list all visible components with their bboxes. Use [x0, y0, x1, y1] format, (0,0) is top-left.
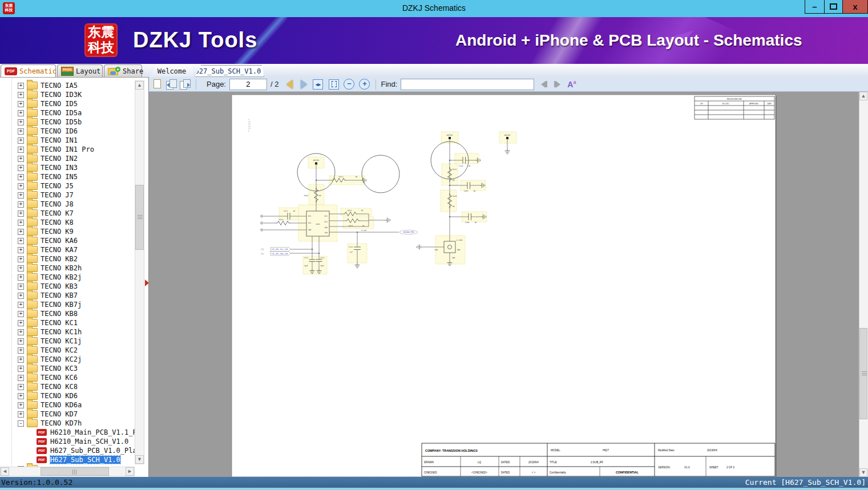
tree-folder[interactable]: +TECNO ID5: [0, 99, 135, 108]
expand-toggle[interactable]: +: [18, 128, 24, 135]
tree-folder[interactable]: +TECNO ID3K: [0, 90, 135, 99]
sidebar-horizontal-scrollbar[interactable]: ◄ ►: [0, 467, 135, 476]
tree-folder[interactable]: +TECNO KB2: [0, 254, 135, 264]
tree-folder[interactable]: +TECNO KC6: [0, 373, 135, 382]
zoom-out-button[interactable]: −: [344, 79, 354, 90]
tree-folder[interactable]: +TECNO KA6: [0, 236, 135, 245]
expand-toggle[interactable]: +: [18, 265, 24, 272]
scrollbar-thumb[interactable]: [859, 328, 867, 419]
tree-file[interactable]: PDFH627_Sub_PCB_V1.0_Placeme: [0, 446, 135, 455]
tree-folder[interactable]: +TECNO KB7: [0, 291, 135, 300]
tab-welcome[interactable]: Welcome: [150, 65, 194, 77]
tree-folder[interactable]: +TECNO IN3: [0, 163, 135, 172]
tree-folder[interactable]: +TECNO KD6a: [0, 400, 135, 410]
tree-folder[interactable]: +TECNO IN5: [0, 172, 135, 181]
expand-toggle[interactable]: +: [18, 156, 24, 162]
scroll-down-arrow[interactable]: ▼: [135, 455, 144, 464]
tree-folder[interactable]: +TECNO KB3: [0, 282, 135, 291]
tree-folder[interactable]: +TECNO KC1j: [0, 337, 135, 346]
tree-folder[interactable]: +TECNO KC1h: [0, 327, 135, 337]
expand-toggle[interactable]: +: [18, 165, 24, 171]
expand-toggle[interactable]: +: [18, 347, 24, 354]
expand-toggle[interactable]: +: [18, 284, 24, 290]
scroll-left-arrow[interactable]: ◄: [1, 467, 9, 476]
tree-folder[interactable]: +TECNO KC8: [0, 382, 135, 391]
expand-toggle[interactable]: +: [18, 92, 24, 98]
next-view-icon[interactable]: [180, 79, 190, 89]
tab-share[interactable]: + Share: [104, 64, 142, 77]
scroll-up-arrow[interactable]: ▲: [135, 81, 144, 90]
tab-schematic[interactable]: PDF Schematic: [1, 64, 56, 77]
tree-folder[interactable]: +TECNO ID5a: [0, 108, 135, 118]
tree-folder[interactable]: +TECNO KC2j: [0, 355, 135, 364]
tree-folder[interactable]: +TECNO KD6: [0, 391, 135, 400]
find-input[interactable]: [401, 79, 534, 90]
expand-toggle[interactable]: +: [18, 110, 24, 116]
tree-folder[interactable]: +TECNO KA7: [0, 245, 135, 254]
expand-toggle[interactable]: +: [18, 402, 24, 408]
splitter-collapse-arrow[interactable]: [145, 280, 149, 286]
font-size-icon[interactable]: Aa: [567, 79, 576, 89]
tree-folder[interactable]: +TECNO IN2: [0, 154, 135, 163]
tree-folder[interactable]: +TECNO IN1: [0, 136, 135, 145]
pdf-viewer[interactable]: REVISION RECORD LTR ECO NO. APPROVED DAT…: [149, 92, 868, 477]
tree-folder[interactable]: +TECNO KC3: [0, 364, 135, 373]
expand-toggle[interactable]: +: [18, 229, 24, 235]
page-number-input[interactable]: [229, 79, 267, 90]
scrollbar-thumb[interactable]: [135, 185, 144, 250]
expand-toggle[interactable]: +: [18, 192, 24, 199]
expand-toggle[interactable]: +: [18, 119, 24, 125]
tree-folder[interactable]: +TECNO J7: [0, 191, 135, 200]
tree-folder[interactable]: +TECNO KC2: [0, 346, 135, 355]
export-page-icon[interactable]: [152, 79, 163, 89]
zoom-in-button[interactable]: +: [359, 79, 370, 90]
expand-toggle[interactable]: +: [18, 101, 24, 107]
tree-folder[interactable]: +TECNO IA5: [0, 81, 135, 90]
tree-folder[interactable]: +TECNO KC1: [0, 318, 135, 327]
expand-toggle[interactable]: +: [18, 384, 24, 390]
tree-folder[interactable]: +TECNO KB2h: [0, 264, 135, 273]
tree-folder[interactable]: +TECNO K8: [0, 218, 135, 227]
expand-toggle[interactable]: +: [18, 201, 24, 208]
scroll-down-arrow[interactable]: ▼: [859, 468, 867, 477]
expand-toggle[interactable]: +: [18, 238, 24, 244]
scrollbar-thumb[interactable]: [41, 467, 109, 476]
tree-folder[interactable]: +TECNO J8: [0, 200, 135, 209]
find-previous-button[interactable]: [541, 81, 547, 88]
prev-page-button[interactable]: [286, 80, 293, 89]
scroll-right-arrow[interactable]: ►: [126, 467, 134, 476]
tree-folder[interactable]: +TECNO ID5b: [0, 118, 135, 127]
expand-toggle[interactable]: +: [18, 311, 24, 317]
tab-layout[interactable]: PADS Layout: [57, 64, 103, 77]
tab-document[interactable]: H627_Sub_SCH_V1.0 x: [195, 65, 264, 77]
tree-file[interactable]: PDFH6210_Main_PCB_V1.1_Placem: [0, 428, 135, 437]
expand-toggle[interactable]: +: [18, 293, 24, 299]
find-next-button[interactable]: [554, 81, 560, 88]
tree-folder[interactable]: +TECNO ID6: [0, 127, 135, 136]
tree-folder[interactable]: +TECNO KB2j: [0, 273, 135, 282]
viewer-vertical-scrollbar[interactable]: ▲ ▼: [859, 92, 868, 477]
expand-toggle[interactable]: +: [18, 247, 24, 253]
expand-toggle[interactable]: +: [18, 302, 24, 308]
expand-toggle[interactable]: +: [18, 375, 24, 381]
expand-toggle[interactable]: +: [18, 357, 24, 363]
expand-toggle[interactable]: +: [18, 220, 24, 226]
tree-folder[interactable]: +TECNO IN1 Pro: [0, 145, 135, 154]
expand-toggle[interactable]: +: [18, 411, 24, 418]
expand-toggle[interactable]: +: [18, 274, 24, 281]
expand-toggle[interactable]: +: [18, 210, 24, 217]
scroll-up-arrow[interactable]: ▲: [859, 92, 867, 100]
close-tab-icon[interactable]: x: [264, 67, 268, 75]
expand-toggle[interactable]: +: [18, 137, 24, 144]
tree-file[interactable]: PDFH627_Sub_SCH_V1.0: [0, 455, 135, 464]
expand-toggle[interactable]: +: [18, 366, 24, 372]
expand-toggle[interactable]: +: [18, 256, 24, 262]
expand-toggle[interactable]: +: [18, 174, 24, 180]
close-button[interactable]: x: [843, 0, 868, 14]
expand-toggle[interactable]: +: [18, 338, 24, 345]
expand-toggle[interactable]: +: [18, 393, 24, 399]
tree-folder[interactable]: +TECNO K9: [0, 227, 135, 236]
fit-width-button[interactable]: ◂▸: [313, 79, 323, 90]
tree-folder[interactable]: +TECNO KD7: [0, 410, 135, 419]
fit-page-button[interactable]: [329, 79, 339, 90]
